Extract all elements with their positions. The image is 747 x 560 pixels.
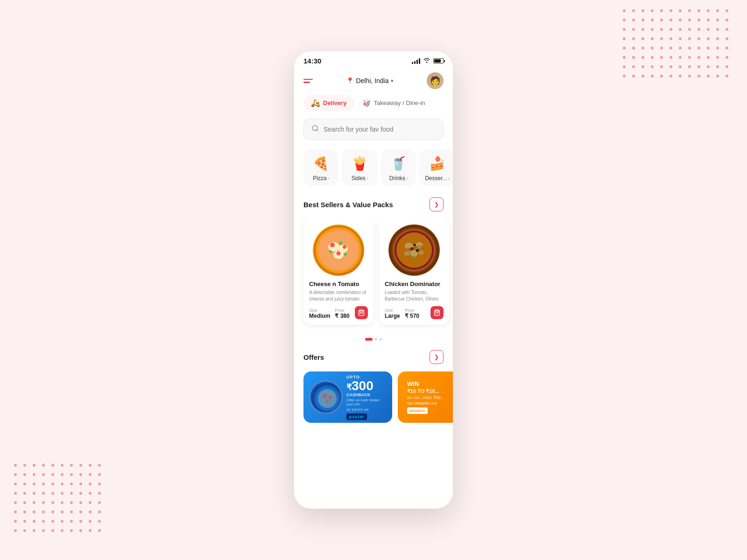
add-to-cart-chicken-dominator[interactable] [430, 306, 444, 319]
paytm-cashback-label: CASHBACK [346, 392, 387, 397]
search-icon [311, 125, 319, 134]
offers-title: Offers [303, 353, 324, 361]
pizza-label: Pizza › [313, 175, 329, 182]
cheese-tomato-size: Medium [309, 313, 330, 319]
svg-point-24 [418, 250, 424, 255]
chicken-dominator-size: Large [385, 313, 400, 319]
offers-header: Offers ❯ [294, 348, 453, 371]
paytm-amount: ₹300 [346, 379, 387, 392]
chicken-dominator-size-group: Size Large [385, 308, 400, 319]
categories-container: 🍕 Pizza › 🍟 Sides › 🥤 Drinks › 🍰 Desser.… [294, 149, 453, 196]
status-time: 14:30 [303, 57, 321, 65]
drinks-label: Drinks › [389, 175, 408, 182]
tab-delivery-label: Delivery [323, 99, 347, 106]
svg-point-11 [339, 242, 343, 245]
status-bar: 14:30 [294, 51, 453, 69]
scroll-dot-3 [379, 338, 382, 341]
drinks-chevron-icon: › [406, 176, 408, 181]
signal-icon [412, 58, 420, 64]
chevron-down-icon: ▾ [391, 78, 394, 84]
location-selector[interactable]: 📍 Delhi, India ▾ [346, 77, 393, 84]
svg-point-8 [330, 243, 335, 247]
cheese-tomato-details: Size Medium Price ₹ 380 [309, 308, 350, 319]
battery-icon [433, 58, 444, 63]
svg-point-28 [409, 251, 411, 253]
sides-chevron-icon: › [366, 176, 368, 181]
amazon-amount: ₹10 TO ₹10... [407, 388, 444, 394]
chicken-dominator-desc: Loaded with Tomato, Barbecue Chicken, Ol… [385, 289, 444, 302]
amazon-offer-text: WIN ₹10 TO ₹10... on min. order ₹99... O… [403, 377, 448, 418]
user-avatar[interactable]: 🧑 [427, 72, 444, 89]
chicken-dominator-details: Size Large Price ₹ 570 [385, 308, 419, 319]
paytm-sub-desc: on 1st txn via [346, 407, 387, 412]
wifi-icon [423, 57, 430, 64]
category-sides[interactable]: 🍟 Sides › [342, 149, 377, 186]
category-pizza[interactable]: 🍕 Pizza › [303, 149, 338, 186]
price-label: Price [335, 308, 349, 313]
cheese-tomato-price: ₹ 380 [335, 313, 349, 319]
pizza-chevron-icon: › [328, 176, 329, 181]
app-header: 📍 Delhi, India ▾ 🧑 [294, 69, 453, 95]
category-drinks[interactable]: 🥤 Drinks › [381, 149, 416, 186]
amazon-on-orders: ON ORDERS VIA [407, 401, 444, 406]
scroll-indicators [294, 334, 453, 348]
offer-amazon[interactable]: WIN ₹10 TO ₹10... on min. order ₹99... O… [398, 371, 453, 423]
cheese-tomato-footer: Size Medium Price ₹ 380 [309, 306, 368, 319]
offer-paytm[interactable]: UPTO ₹300 CASHBACK Offer on both Wallet … [303, 371, 392, 423]
drinks-icon: 🥤 [390, 156, 407, 171]
chicken-dominator-price-group: Price ₹ 570 [405, 308, 419, 319]
tab-delivery[interactable]: 🛵 Delivery [303, 95, 354, 111]
best-sellers-title: Best Sellers & Value Packs [303, 201, 393, 209]
sides-label: Sides › [352, 175, 368, 182]
svg-point-42 [326, 400, 329, 403]
svg-point-26 [416, 249, 419, 252]
location-text: Delhi, India [356, 77, 388, 84]
chicken-dominator-name: Chicken Dominator [385, 280, 444, 287]
category-desserts[interactable]: 🍰 Desser... › [420, 149, 453, 186]
amazon-win-label: WIN [407, 380, 444, 388]
paytm-offer-text: UPTO ₹300 CASHBACK Offer on both Wallet … [346, 375, 387, 420]
menu-icon[interactable] [303, 79, 313, 83]
cheese-tomato-price-group: Price ₹ 380 [335, 308, 349, 319]
best-sellers-nav-button[interactable]: ❯ [430, 197, 444, 211]
pizza-icon: 🍕 [313, 156, 329, 171]
product-chicken-dominator[interactable]: Chicken Dominator Loaded with Tomato, Ba… [379, 219, 449, 325]
desserts-chevron-icon: › [448, 176, 450, 181]
add-to-cart-cheese-tomato[interactable] [355, 306, 368, 319]
scroll-dot-1 [365, 338, 373, 341]
svg-point-30 [414, 256, 416, 258]
dot-pattern-top-right: (function(){ const container = document.… [623, 9, 728, 77]
svg-line-1 [317, 130, 318, 131]
status-icons [412, 57, 444, 64]
size-label-2: Size [385, 308, 400, 313]
products-container: Cheese n Tomato A delectable combination… [294, 219, 453, 334]
svg-point-41 [329, 396, 332, 399]
amazon-min-order: on min. order ₹99... [407, 395, 444, 400]
cheese-tomato-image [313, 224, 364, 276]
scroll-dot-2 [374, 338, 377, 341]
delivery-icon: 🛵 [311, 98, 320, 107]
svg-point-13 [344, 253, 347, 256]
desserts-label: Desser... › [425, 175, 450, 182]
search-container [294, 119, 453, 149]
cheese-tomato-size-group: Size Medium [309, 308, 330, 319]
sides-icon: 🍟 [352, 156, 368, 171]
best-sellers-nav-icon: ❯ [434, 201, 439, 208]
location-pin-icon: 📍 [346, 77, 354, 84]
svg-point-39 [318, 389, 337, 408]
offers-section: Offers ❯ [294, 348, 453, 432]
search-bar[interactable] [303, 119, 444, 140]
paytm-desc: Offer on both Wallet and UPI [346, 398, 387, 406]
best-sellers-header: Best Sellers & Value Packs ❯ [294, 196, 453, 219]
desserts-icon: 🍰 [429, 156, 445, 171]
svg-point-4 [318, 230, 359, 271]
chicken-dominator-image [388, 224, 440, 276]
tabs-container: 🛵 Delivery 🥡 Takeaway / Dine-in [294, 95, 453, 119]
chicken-dominator-price: ₹ 570 [405, 313, 419, 319]
offers-nav-icon: ❯ [434, 354, 439, 360]
offers-nav-button[interactable]: ❯ [430, 350, 444, 364]
tab-takeaway[interactable]: 🥡 Takeaway / Dine-in [354, 95, 433, 111]
product-cheese-tomato[interactable]: Cheese n Tomato A delectable combination… [303, 219, 374, 325]
search-input[interactable] [324, 126, 436, 133]
svg-point-10 [337, 252, 341, 256]
